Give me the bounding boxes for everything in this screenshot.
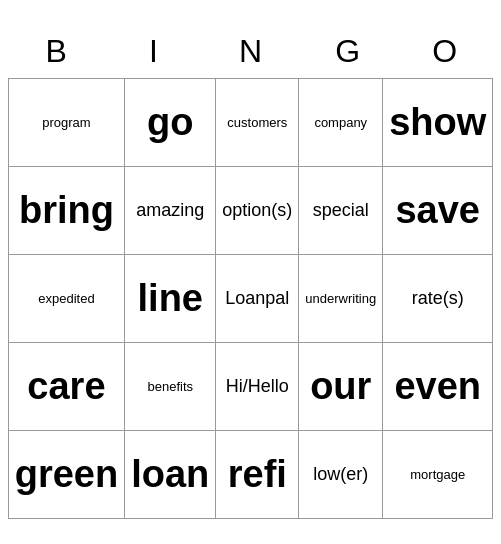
cell-r0-c2: customers [216,79,299,167]
cell-r4-c4: mortgage [383,431,493,519]
cell-r2-c4: rate(s) [383,255,493,343]
cell-r1-c0: bring [8,167,124,255]
cell-r0-c3: company [299,79,383,167]
bingo-grid: programgocustomerscompanyshowbringamazin… [8,78,494,519]
cell-r2-c1: line [125,255,216,343]
cell-r1-c4: save [383,167,493,255]
cell-r1-c3: special [299,167,383,255]
cell-r4-c1: loan [125,431,216,519]
cell-r1-c1: amazing [125,167,216,255]
header-g: G [299,25,396,78]
cell-r4-c2: refi [216,431,299,519]
cell-r2-c2: Loanpal [216,255,299,343]
header-o: O [396,25,493,78]
cell-r0-c1: go [125,79,216,167]
cell-r3-c2: Hi/Hello [216,343,299,431]
cell-r3-c3: our [299,343,383,431]
cell-r0-c0: program [8,79,124,167]
header-b: B [8,25,105,78]
cell-r3-c0: care [8,343,124,431]
cell-r4-c0: green [8,431,124,519]
cell-r0-c4: show [383,79,493,167]
cell-r4-c3: low(er) [299,431,383,519]
cell-r1-c2: option(s) [216,167,299,255]
cell-r3-c1: benefits [125,343,216,431]
bingo-header: B I N G O [8,25,494,78]
cell-r2-c3: underwriting [299,255,383,343]
header-n: N [202,25,299,78]
cell-r3-c4: even [383,343,493,431]
header-i: I [105,25,202,78]
cell-r2-c0: expedited [8,255,124,343]
